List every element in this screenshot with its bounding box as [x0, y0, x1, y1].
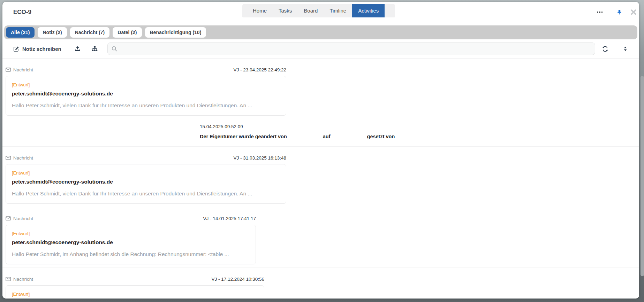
activity-stream: Nachricht VJ - 23.04.2025 22:49:22 [Entw…	[2, 59, 639, 299]
update-timestamp: 15.04.2025 09:52:09	[200, 124, 639, 130]
stream-entry-message: Nachricht VJ - 31.03.2025 16:13:48 [Entw…	[2, 146, 639, 207]
close-icon[interactable]	[631, 9, 636, 15]
update-text-mid: auf	[323, 134, 331, 139]
window-controls	[596, 2, 637, 23]
entry-kind-label: Nachricht	[13, 216, 33, 221]
entry-timestamp: VJ - 14.01.2025 17:41:17	[203, 216, 256, 221]
search-input[interactable]	[120, 46, 591, 52]
draft-badge: [Entwurf]	[12, 291, 258, 297]
filter-pill-1[interactable]: Notiz (2)	[38, 27, 67, 38]
email-preview: Hallo Peter Schmidt, vielen Dank für Ihr…	[12, 102, 280, 109]
email-preview: Hallo Peter Schmidt, vielen Dank für Ihr…	[12, 190, 280, 198]
more-actions-icon[interactable]	[596, 10, 604, 14]
tab-timline[interactable]: Timline	[324, 4, 352, 17]
stream-entry-message: Nachricht VJ - 14.01.2025 17:41:17 [Entw…	[2, 207, 639, 268]
pin-icon[interactable]	[616, 9, 622, 15]
filter-pill-4[interactable]: Benachrichtigung (10)	[145, 27, 206, 38]
upload-icon[interactable]	[75, 46, 81, 52]
search-box	[107, 42, 595, 55]
record-modal: ECO-9 HomeTasksBoardTimlineActivities Al…	[2, 2, 639, 299]
refresh-icon[interactable]	[602, 46, 608, 52]
email-card[interactable]: [Entwurf] peter.schmidt@ecoenergy-soluti…	[6, 285, 264, 299]
sort-icon[interactable]	[623, 46, 628, 52]
email-sender: peter.schmidt@ecoenergy-solutions.de	[12, 178, 280, 186]
envelope-icon	[6, 277, 11, 281]
filter-pill-0[interactable]: Alle (21)	[6, 27, 35, 38]
envelope-icon	[6, 216, 11, 220]
stream-entry-update: 15.04.2025 09:52:09 Der Eigentümer wurde…	[2, 119, 639, 146]
filter-pill-3[interactable]: Datei (2)	[113, 27, 142, 38]
draft-badge: [Entwurf]	[12, 82, 280, 88]
entry-kind-label: Nachricht	[13, 67, 33, 72]
email-card[interactable]: [Entwurf] peter.schmidt@ecoenergy-soluti…	[6, 164, 286, 204]
scrollbar-thumb[interactable]	[641, 76, 644, 276]
entry-timestamp: VJ - 31.03.2025 16:13:48	[233, 155, 286, 161]
email-preview: Hallo Peter Schmidt, im Anhang befindet …	[12, 250, 249, 258]
write-note-button[interactable]: Notiz schreiben	[13, 46, 61, 52]
record-title: ECO-9	[13, 2, 31, 23]
filter-pill-bar: Alle (21)Notiz (2)Nachricht (7)Datei (2)…	[4, 25, 637, 39]
tab-bar: HomeTasksBoardTimlineActivities	[242, 4, 395, 17]
update-text: Der Eigentümer wurde geändert vonaufgese…	[200, 133, 639, 140]
stream-entry-message: Nachricht VJ - 17.12.2024 10:30:56 [Entw…	[2, 268, 639, 299]
entry-kind-label: Nachricht	[13, 155, 33, 161]
update-text-after: gesetzt von	[367, 134, 395, 139]
email-sender: peter.schmidt@ecoenergy-solutions.de	[12, 90, 280, 98]
email-sender: peter.schmidt@ecoenergy-solutions.de	[12, 238, 249, 247]
envelope-icon	[6, 156, 11, 160]
entry-timestamp: VJ - 17.12.2024 10:30:56	[211, 277, 264, 282]
stream-toolbar: Notiz schreiben	[2, 39, 639, 59]
tab-home[interactable]: Home	[247, 4, 273, 17]
email-card[interactable]: [Entwurf] peter.schmidt@ecoenergy-soluti…	[6, 225, 256, 264]
envelope-icon	[6, 68, 11, 72]
update-text-before: Der Eigentümer wurde geändert von	[200, 134, 287, 139]
draft-badge: [Entwurf]	[12, 170, 280, 176]
entry-timestamp: VJ - 23.04.2025 22:49:22	[233, 67, 286, 72]
search-icon	[112, 46, 117, 52]
draft-badge: [Entwurf]	[12, 231, 249, 237]
stream-entry-message: Nachricht VJ - 23.04.2025 22:49:22 [Entw…	[2, 59, 639, 119]
modal-header: ECO-9 HomeTasksBoardTimlineActivities	[2, 2, 639, 23]
tab-activities[interactable]: Activities	[352, 4, 385, 17]
sitemap-icon[interactable]	[92, 46, 98, 52]
write-note-label: Notiz schreiben	[22, 46, 61, 52]
tab-board[interactable]: Board	[298, 4, 324, 17]
email-card[interactable]: [Entwurf] peter.schmidt@ecoenergy-soluti…	[6, 76, 286, 116]
pencil-square-icon	[13, 46, 19, 52]
filter-pill-2[interactable]: Nachricht (7)	[70, 27, 110, 38]
tab-tasks[interactable]: Tasks	[273, 4, 298, 17]
entry-kind-label: Nachricht	[13, 277, 33, 282]
